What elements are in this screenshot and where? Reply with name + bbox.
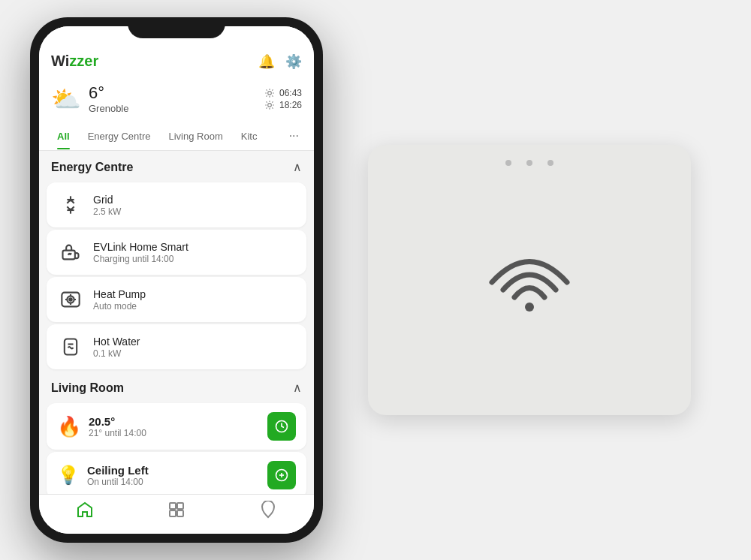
- device-hotwater[interactable]: Hot Water 0.1 kW: [47, 324, 306, 369]
- svg-rect-39: [177, 503, 183, 509]
- energy-centre-header: Energy Centre ∧: [39, 151, 314, 180]
- bottom-nav-leaf[interactable]: [259, 501, 277, 519]
- svg-line-13: [272, 107, 273, 108]
- temp-info: 20.5° 21° until 14:00: [89, 415, 260, 438]
- svg-point-28: [69, 298, 72, 301]
- svg-rect-40: [170, 510, 176, 516]
- svg-point-42: [525, 303, 534, 312]
- heatpump-status: Auto mode: [93, 301, 296, 312]
- tab-living-room[interactable]: Living Room: [159, 123, 231, 149]
- weather-right: 06:43 18:26: [264, 88, 302, 110]
- tab-energy-centre[interactable]: Energy Centre: [79, 123, 160, 149]
- nav-tabs: All Energy Centre Living Room Kitc ···: [39, 122, 314, 151]
- device-heatpump[interactable]: Heat Pump Auto mode: [47, 277, 306, 322]
- header-icons: 🔔 ⚙️: [258, 53, 302, 70]
- sunset-time: 18:26: [264, 100, 302, 110]
- bottom-nav-home[interactable]: [76, 501, 94, 519]
- sunrise-value: 06:43: [279, 88, 302, 98]
- living-room-chevron[interactable]: ∧: [293, 381, 302, 395]
- nav-more[interactable]: ···: [283, 122, 305, 150]
- temp-action-button[interactable]: [267, 412, 296, 441]
- ceiling-status: On until 14:00: [87, 477, 260, 487]
- flame-icon: 🔥: [57, 415, 81, 438]
- svg-line-17: [272, 101, 273, 102]
- bottom-nav-grid[interactable]: [167, 501, 185, 519]
- device-ceiling-left[interactable]: 💡 Ceiling Left On until 14:00: [47, 452, 306, 494]
- svg-line-7: [266, 95, 267, 96]
- hotwater-icon: [57, 333, 84, 360]
- app-logo: Wizzer: [51, 53, 98, 70]
- phone-notch: [128, 17, 225, 38]
- svg-rect-41: [177, 510, 183, 516]
- dot-1: [505, 160, 511, 166]
- ceiling-info: Ceiling Left On until 14:00: [87, 464, 260, 487]
- ceiling-action-button[interactable]: [267, 461, 296, 489]
- cloud-icon: ⛅: [51, 85, 81, 113]
- svg-rect-38: [170, 503, 176, 509]
- svg-line-4: [272, 95, 273, 96]
- temp-sub: 21° until 14:00: [89, 428, 260, 438]
- heatpump-info: Heat Pump Auto mode: [93, 288, 296, 312]
- bottom-nav: [39, 494, 314, 534]
- bell-icon[interactable]: 🔔: [258, 53, 275, 70]
- phone-screen: Wizzer 🔔 ⚙️ ⛅ 6° Grenoble: [39, 26, 314, 534]
- svg-line-8: [272, 89, 273, 90]
- settings-icon[interactable]: ⚙️: [285, 53, 302, 70]
- weather-info: 6° Grenoble: [89, 83, 128, 114]
- svg-line-16: [266, 107, 267, 108]
- grid-icon: [57, 191, 84, 218]
- grid-info: Grid 2.5 kW: [93, 194, 296, 217]
- tab-kitchen[interactable]: Kitc: [232, 123, 267, 149]
- hub-indicator-dots: [505, 160, 553, 166]
- grid-status: 2.5 kW: [93, 206, 296, 217]
- svg-point-0: [268, 91, 272, 95]
- ceiling-name: Ceiling Left: [87, 464, 260, 477]
- device-grid[interactable]: Grid 2.5 kW: [47, 182, 306, 227]
- living-room-header: Living Room ∧: [39, 372, 314, 401]
- grid-name: Grid: [93, 194, 296, 206]
- scene: Wizzer 🔔 ⚙️ ⛅ 6° Grenoble: [0, 0, 751, 560]
- evlink-name: EVLink Home Smart: [93, 241, 296, 253]
- temp-value: 20.5°: [89, 415, 260, 428]
- device-temperature[interactable]: 🔥 20.5° 21° until 14:00: [47, 403, 306, 450]
- weather-temp: 6°: [89, 83, 128, 103]
- energy-centre-title: Energy Centre: [51, 161, 133, 174]
- evlink-info: EVLink Home Smart Charging until 14:00: [93, 241, 296, 264]
- wifi-symbol: [488, 248, 571, 312]
- svg-point-9: [268, 103, 272, 107]
- hotwater-name: Hot Water: [93, 336, 296, 348]
- device-evlink[interactable]: EVLink Home Smart Charging until 14:00: [47, 230, 306, 275]
- svg-line-3: [266, 89, 267, 90]
- scroll-area[interactable]: Energy Centre ∧: [39, 151, 314, 494]
- sunset-value: 18:26: [279, 100, 302, 110]
- energy-centre-chevron[interactable]: ∧: [293, 160, 302, 174]
- hotwater-status: 0.1 kW: [93, 348, 296, 359]
- hotwater-info: Hot Water 0.1 kW: [93, 336, 296, 359]
- weather-city: Grenoble: [89, 103, 128, 114]
- phone-frame: Wizzer 🔔 ⚙️ ⛅ 6° Grenoble: [30, 17, 323, 543]
- bulb-icon: 💡: [57, 465, 80, 486]
- screen-content: Wizzer 🔔 ⚙️ ⛅ 6° Grenoble: [39, 26, 314, 534]
- dot-2: [526, 160, 532, 166]
- tab-all[interactable]: All: [48, 123, 79, 149]
- weather-bar: ⛅ 6° Grenoble 06:43 18:26: [39, 77, 314, 122]
- svg-line-12: [266, 101, 267, 102]
- living-room-title: Living Room: [51, 381, 124, 395]
- wifi-hub: [368, 145, 691, 415]
- ev-icon: [57, 239, 84, 266]
- heatpump-name: Heat Pump: [93, 288, 296, 300]
- dot-3: [547, 160, 553, 166]
- evlink-status: Charging until 14:00: [93, 254, 296, 264]
- heatpump-icon: [57, 286, 84, 313]
- weather-left: ⛅ 6° Grenoble: [51, 83, 128, 114]
- sunrise-time: 06:43: [264, 88, 302, 98]
